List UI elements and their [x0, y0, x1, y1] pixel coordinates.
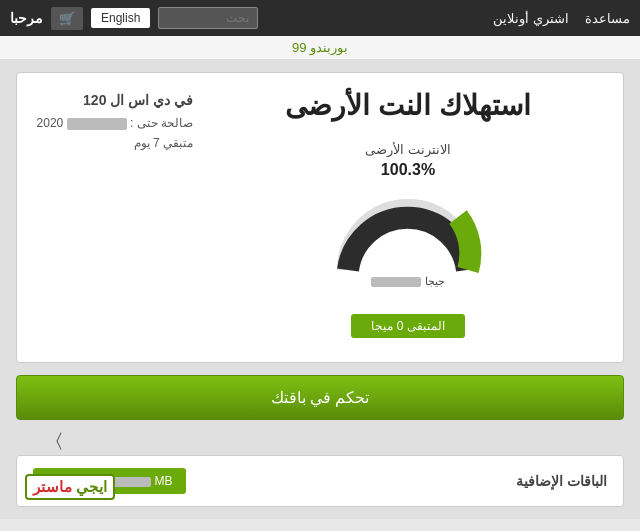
nav-buy-online-link[interactable]: اشتري أونلاين: [493, 11, 569, 26]
language-button[interactable]: English: [91, 8, 150, 28]
valid-until-redacted: [67, 118, 127, 130]
usage-card: استهلاك النت الأرضى الانترنت الأرضى 100.…: [16, 72, 624, 363]
gauge-inner-label: جيجا: [209, 275, 607, 288]
search-input[interactable]: [158, 7, 258, 29]
cursor-hint: 〉: [16, 430, 624, 455]
control-package-button[interactable]: تحكم في باقتك: [16, 375, 624, 420]
valid-until: صالحة حتى : 2020: [33, 113, 193, 133]
gauge-svg-wrap: [209, 185, 607, 275]
gauge-unit: جيجا: [425, 275, 445, 287]
card-right-info: في دي اس ال 120 صالحة حتى : 2020 متبقي 7…: [33, 89, 193, 154]
breadcrumb: بوربندو 99: [0, 36, 640, 60]
valid-until-label: صالحة حتى :: [130, 116, 193, 130]
gauge-percent: 100.3%: [209, 161, 607, 179]
gauge-label: الانترنت الأرضى: [209, 142, 607, 157]
gauge-section: الانترنت الأرضى 100.3%: [209, 134, 607, 346]
remaining-mb-suffix: MB: [154, 474, 172, 488]
site-logo: مرحبا: [10, 10, 43, 26]
valid-until-year: 2020: [37, 116, 64, 130]
cart-button[interactable]: 🛒: [51, 7, 83, 30]
main-content: استهلاك النت الأرضى الانترنت الأرضى 100.…: [0, 60, 640, 519]
watermark-text2: ماستر: [33, 478, 72, 495]
plan-name: في دي اس ال 120: [33, 89, 193, 113]
card-left: استهلاك النت الأرضى الانترنت الأرضى 100.…: [209, 89, 607, 346]
header-left: مرحبا 🛒 English: [10, 7, 258, 30]
watermark: ايجي ماستر: [25, 474, 115, 500]
watermark-text1: ايجي: [76, 478, 107, 495]
breadcrumb-text: بوربندو 99: [292, 40, 348, 55]
card-main-title: استهلاك النت الأرضى: [209, 89, 607, 122]
gauge-svg: [333, 185, 483, 275]
remaining-mb-redact: [111, 477, 151, 487]
additional-packages-title: الباقات الإضافية: [198, 473, 607, 489]
remaining-button[interactable]: المتبقى 0 ميجا: [351, 314, 464, 338]
remaining-days: متبقي 7 يوم: [33, 133, 193, 153]
site-header: مرحبا 🛒 English مساعدة اشتري أونلاين: [0, 0, 640, 36]
card-inner: استهلاك النت الأرضى الانترنت الأرضى 100.…: [33, 89, 607, 346]
additional-packages-card: الباقات الإضافية Remaining: MB ايجي ماست…: [16, 455, 624, 507]
control-package-label: تحكم في باقتك: [271, 389, 370, 406]
gauge-redact: [371, 277, 421, 287]
nav-help-link[interactable]: مساعدة: [585, 11, 630, 26]
header-nav: مساعدة اشتري أونلاين: [493, 11, 630, 26]
